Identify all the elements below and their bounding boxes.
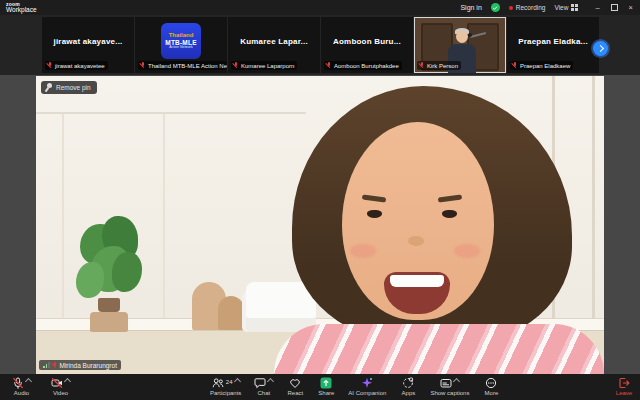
speaker-eye <box>442 210 457 218</box>
react-button[interactable]: React <box>286 377 304 397</box>
view-grid-icon <box>571 4 578 11</box>
participant-tile-aomboon[interactable]: Aomboon Buru... Aomboon Burutphakdee <box>321 17 413 73</box>
audio-options-chevron[interactable] <box>25 377 32 384</box>
window-controls: – × <box>595 3 633 12</box>
participant-name-badge: Aomboon Burutphakdee <box>324 61 402 70</box>
participant-tile-jirawat[interactable]: jirawat akayave... jirawat akayavetee <box>42 17 134 73</box>
wooden-stool <box>90 312 128 332</box>
muted-mic-icon <box>419 62 425 69</box>
wall-panel-line <box>163 114 165 324</box>
plant-leaf <box>76 262 104 298</box>
share-label: Share <box>318 390 334 396</box>
zoom-workplace-logo: zoom Workplace <box>6 2 37 14</box>
participant-display-name: Kumaree Lapar... <box>228 17 320 65</box>
participant-tile-kumaree[interactable]: Kumaree Lapar... Kumaree Laparporn <box>228 17 320 73</box>
leave-label: Leave <box>616 390 632 396</box>
remove-pin-label: Remove pin <box>56 84 91 91</box>
participant-name-text: Aomboon Burutphakdee <box>334 63 399 69</box>
muted-mic-icon <box>52 362 58 369</box>
speaker-cheek <box>454 244 480 258</box>
apps-button[interactable]: Apps <box>399 377 417 397</box>
muted-mic-icon <box>326 62 332 69</box>
leave-icon <box>618 377 630 389</box>
captions-options-chevron[interactable] <box>453 377 460 384</box>
chat-options-chevron[interactable] <box>267 377 274 384</box>
share-button[interactable]: Share <box>317 377 335 397</box>
minimize-button[interactable]: – <box>595 3 599 12</box>
speaker-teeth <box>390 275 444 287</box>
filmstrip-next-arrow-button[interactable] <box>593 41 608 56</box>
logo-line-action-network: Action Network <box>169 46 193 50</box>
recording-label: Recording <box>516 4 546 11</box>
participant-name-text: Thailand MTB-MLE Action Network <box>148 63 227 69</box>
speaker-name-badge: Mirinda Burarungrot <box>39 360 121 370</box>
participant-name-badge: jirawat akayavetee <box>45 61 108 70</box>
mtb-mle-logo: Thailand MTB-MLE Action Network <box>161 23 201 59</box>
pin-icon <box>45 83 53 92</box>
participant-display-name: Aomboon Buru... <box>321 17 413 65</box>
remove-pin-button[interactable]: Remove pin <box>41 81 97 94</box>
plant-pot <box>98 298 120 312</box>
title-bar: zoom Workplace Sign in Recording View – … <box>0 0 640 15</box>
chat-icon <box>254 377 266 389</box>
speaker-nose <box>408 236 424 246</box>
wall-molding <box>36 112 306 114</box>
muted-mic-icon <box>233 62 239 69</box>
close-button[interactable]: × <box>629 3 633 12</box>
participant-name-badge: Thailand MTB-MLE Action Network <box>138 61 227 70</box>
camera-off-icon <box>51 377 63 389</box>
logo-workplace-text: Workplace <box>6 7 37 14</box>
participant-tile-kirk-video[interactable]: Kirk Person <box>414 17 506 73</box>
more-button[interactable]: More <box>482 377 500 397</box>
thumbnail-row: jirawat akayave... jirawat akayavetee Th… <box>42 17 599 73</box>
verified-check-icon <box>491 3 500 12</box>
ai-companion-sparkle-icon <box>361 377 373 389</box>
participants-count: 24 <box>226 379 233 385</box>
logo-line-thailand: Thailand <box>169 32 194 39</box>
video-options-chevron[interactable] <box>64 377 71 384</box>
door-frame <box>592 76 595 318</box>
react-label: React <box>288 390 304 396</box>
muted-mic-icon <box>47 62 53 69</box>
plant-leaf <box>112 252 142 292</box>
leave-button[interactable]: Leave <box>615 377 633 397</box>
participant-tile-thailand-mtb-mle[interactable]: Thailand MTB-MLE Action Network Thailand… <box>135 17 227 73</box>
participant-name-badge: Kirk Person <box>417 61 461 70</box>
audio-button[interactable]: Audio <box>12 377 31 397</box>
view-button[interactable]: View <box>554 4 578 11</box>
title-bar-right: Sign in Recording View – × <box>460 3 633 12</box>
video-button[interactable]: Video <box>51 377 70 397</box>
ai-companion-button[interactable]: AI Companion <box>348 377 386 397</box>
mic-muted-icon <box>12 377 24 389</box>
muted-mic-icon <box>512 62 518 69</box>
maximize-button[interactable] <box>611 4 618 11</box>
speaker-name-text: Mirinda Burarungrot <box>60 362 117 369</box>
wall-panel-line <box>62 114 64 324</box>
apps-icon <box>402 377 414 389</box>
participant-name-badge: Kumaree Laparporn <box>231 61 297 70</box>
pinned-speaker-video[interactable]: Remove pin Mirinda Burarungrot <box>36 76 604 374</box>
captions-label: Show captions <box>430 390 469 396</box>
view-label: View <box>554 4 568 11</box>
show-captions-button[interactable]: Show captions <box>430 377 469 397</box>
participant-filmstrip: jirawat akayave... jirawat akayavetee Th… <box>0 15 640 75</box>
kirk-face <box>456 30 468 43</box>
participant-tile-praepan[interactable]: Praepan Eladka... Praepan Eladkaew <box>507 17 599 73</box>
side-table <box>218 296 244 330</box>
more-ellipsis-icon <box>485 377 497 389</box>
apps-label: Apps <box>402 390 416 396</box>
microphone-icon <box>468 33 472 37</box>
main-stage: Remove pin Mirinda Burarungrot <box>0 75 640 374</box>
participants-button[interactable]: 24 Participants <box>210 377 241 397</box>
chevron-right-icon <box>596 45 603 52</box>
meeting-toolbar: Audio Video <box>0 374 640 400</box>
sign-in-button[interactable]: Sign in <box>460 4 481 11</box>
participants-icon <box>212 377 224 389</box>
ai-companion-label: AI Companion <box>348 390 386 396</box>
participant-name-badge: Praepan Eladkaew <box>510 61 573 70</box>
participants-options-chevron[interactable] <box>233 377 240 384</box>
chat-button[interactable]: Chat <box>254 377 273 397</box>
participant-display-name: Praepan Eladka... <box>507 17 599 65</box>
white-sofa <box>246 282 316 332</box>
toolbar-right-group: Leave <box>615 377 633 397</box>
